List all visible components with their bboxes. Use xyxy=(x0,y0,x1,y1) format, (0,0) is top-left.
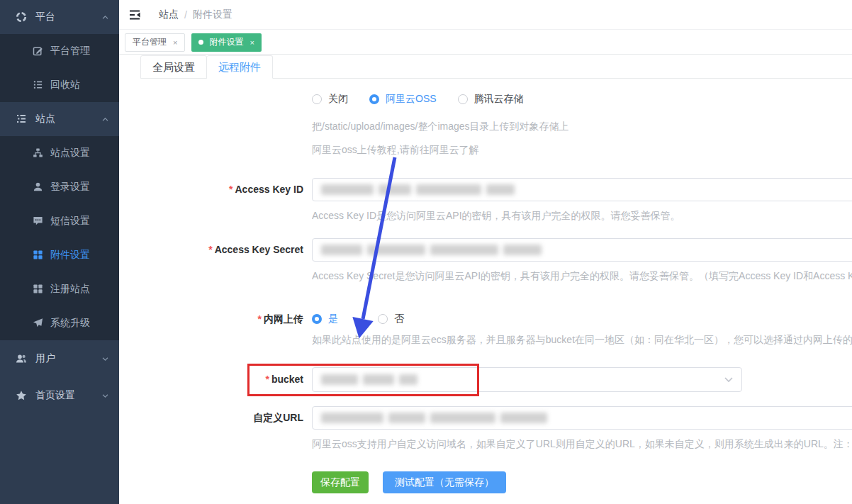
sidebar-section-platform[interactable]: 平台 xyxy=(0,0,119,34)
sidebar-section-label: 用户 xyxy=(35,352,55,365)
site-list-icon xyxy=(16,113,27,125)
radio-aliyun-oss-selected[interactable]: 阿里云OSS xyxy=(369,93,437,106)
storage-help-1: 把/static/upload/images/整个images目录上传到对象存储… xyxy=(312,119,852,133)
intranet-upload-row: *内网上传 是 否 如果此站点使用的是阿里云ecs服务器，并且服务器与bucke… xyxy=(119,312,852,347)
radio-circle-icon xyxy=(378,314,388,324)
access-key-secret-input[interactable] xyxy=(312,238,852,262)
paper-plane-icon xyxy=(33,318,44,329)
chevron-up-icon xyxy=(101,13,109,21)
grid-icon xyxy=(33,250,44,261)
users-icon xyxy=(16,353,27,364)
access-key-secret-help: Access Key Secret是您访问阿里云API的密钥，具有该用户完全的权… xyxy=(312,269,852,283)
sidebar-bottom-group: 用户 首页设置 xyxy=(0,340,119,414)
settings-tabs: 全局设置 远程附件 xyxy=(140,55,852,79)
chevron-up-icon xyxy=(101,116,109,123)
access-key-secret-label: *Access Key Secret xyxy=(119,238,312,283)
sidebar-item-site-settings[interactable]: 站点设置 xyxy=(0,136,119,170)
access-key-id-help: Access Key ID是您访问阿里云API的密钥，具有该用户完全的权限。请您… xyxy=(312,208,852,223)
intranet-upload-help: 如果此站点使用的是阿里云ecs服务器，并且服务器与bucket在同一地区（如：同… xyxy=(312,332,852,347)
required-mark: * xyxy=(265,374,269,385)
sidebar-item-platform-manage[interactable]: 平台管理 xyxy=(0,34,119,68)
sidebar-item-label: 系统升级 xyxy=(50,317,90,330)
radio-circle-icon xyxy=(312,314,322,324)
radio-close[interactable]: 关闭 xyxy=(312,93,348,106)
redacted-value xyxy=(321,374,417,385)
grid-icon xyxy=(33,284,44,295)
radio-tencent-cloud[interactable]: 腾讯云存储 xyxy=(458,93,524,106)
tab-global-settings[interactable]: 全局设置 xyxy=(140,55,207,79)
chevron-down-icon xyxy=(724,377,733,383)
main-content: 全局设置 远程附件 关闭 阿里云OSS 腾讯云存储 xyxy=(119,55,852,504)
tab-attachment-settings-active[interactable]: 附件设置 × xyxy=(191,33,261,52)
bucket-select[interactable] xyxy=(312,367,742,392)
user-icon xyxy=(33,181,44,193)
storage-type-label xyxy=(119,92,312,157)
storage-help-2: 阿里云oss上传教程,请前往阿里云了解 xyxy=(312,142,852,157)
sidebar-section-label: 站点 xyxy=(35,113,55,125)
radio-circle-icon xyxy=(369,94,379,104)
close-icon[interactable]: × xyxy=(250,38,254,47)
custom-url-help: 阿里云oss支持用户自定义访问域名，如果自定义了URL则用自定义的URL，如果未… xyxy=(312,437,852,451)
open-tabs-bar: 平台管理 × 附件设置 × xyxy=(119,30,852,55)
custom-url-row: 自定义URL 阿里云oss支持用户自定义访问域名，如果自定义了URL则用自定义的… xyxy=(119,406,852,451)
sidebar-section-label: 首页设置 xyxy=(35,389,75,402)
tab-remote-attachment[interactable]: 远程附件 xyxy=(207,55,273,79)
test-config-button[interactable]: 测试配置（无需保存） xyxy=(383,471,506,493)
platform-icon xyxy=(16,11,27,23)
tab-label: 平台管理 xyxy=(133,36,167,48)
breadcrumb-attachment-settings: 附件设置 xyxy=(193,9,232,21)
radio-circle-icon xyxy=(312,94,322,104)
sidebar-item-label: 站点设置 xyxy=(50,147,90,159)
sidebar-item-system-upgrade[interactable]: 系统升级 xyxy=(0,306,119,340)
collapse-sidebar-icon[interactable] xyxy=(129,9,143,21)
star-icon xyxy=(16,390,27,401)
sidebar-item-attachment-settings[interactable]: 附件设置 xyxy=(0,238,119,272)
tab-label: 附件设置 xyxy=(209,36,243,48)
required-mark: * xyxy=(229,184,232,195)
sidebar-section-homepage-settings[interactable]: 首页设置 xyxy=(0,377,119,414)
close-icon[interactable]: × xyxy=(173,38,177,47)
access-key-id-label: *Access Key ID xyxy=(119,178,312,223)
sidebar-item-recycle-bin[interactable]: 回收站 xyxy=(0,68,119,102)
top-header: 站点 / 附件设置 xyxy=(119,0,852,30)
access-key-id-row: *Access Key ID Access Key ID是您访问阿里云API的密… xyxy=(119,178,852,223)
sidebar-item-label: 短信设置 xyxy=(50,215,90,228)
sidebar-item-sms-settings[interactable]: 短信设置 xyxy=(0,204,119,238)
sidebar: 平台 平台管理 回收站 站点 xyxy=(0,0,119,504)
save-config-button[interactable]: 保存配置 xyxy=(312,471,369,493)
sidebar-submenu-site: 站点设置 登录设置 短信设置 附件设置 注册站点 xyxy=(0,136,119,340)
list-icon xyxy=(33,79,44,91)
radio-no[interactable]: 否 xyxy=(378,313,404,325)
sidebar-item-label: 注册站点 xyxy=(50,283,90,296)
chevron-down-icon xyxy=(101,355,109,363)
access-key-id-input[interactable] xyxy=(312,178,852,201)
action-buttons-row: 保存配置 测试配置（无需保存） xyxy=(119,471,852,493)
access-key-secret-row: *Access Key Secret Access Key Secret是您访问… xyxy=(119,238,852,283)
storage-type-radio-group: 关闭 阿里云OSS 腾讯云存储 xyxy=(312,92,852,106)
radio-label: 关闭 xyxy=(328,93,348,106)
radio-circle-icon xyxy=(458,94,468,104)
breadcrumb-site[interactable]: 站点 xyxy=(159,9,179,21)
sidebar-submenu-platform: 平台管理 回收站 xyxy=(0,34,119,102)
sidebar-item-login-settings[interactable]: 登录设置 xyxy=(0,170,119,204)
sidebar-section-users[interactable]: 用户 xyxy=(0,340,119,377)
sidebar-item-label: 平台管理 xyxy=(50,45,90,57)
sidebar-item-register-site[interactable]: 注册站点 xyxy=(0,272,119,306)
tab-platform-manage[interactable]: 平台管理 × xyxy=(125,33,185,52)
sidebar-item-label: 回收站 xyxy=(50,79,80,91)
custom-url-input[interactable] xyxy=(312,406,852,430)
bucket-label: *bucket xyxy=(119,367,312,392)
radio-yes-selected[interactable]: 是 xyxy=(312,313,338,325)
sidebar-section-label: 平台 xyxy=(35,11,55,23)
remote-attachment-form: 关闭 阿里云OSS 腾讯云存储 把/static/upload/images/整… xyxy=(119,79,852,493)
sidebar-item-label: 登录设置 xyxy=(50,181,90,194)
message-icon xyxy=(33,215,44,227)
sitemap-icon xyxy=(33,147,44,159)
radio-label: 腾讯云存储 xyxy=(474,93,524,106)
intranet-upload-radio-group: 是 否 xyxy=(312,312,852,326)
radio-label: 是 xyxy=(328,313,338,325)
radio-label: 阿里云OSS xyxy=(386,93,437,106)
buttons-spacer xyxy=(119,471,312,493)
sidebar-section-site[interactable]: 站点 xyxy=(0,102,119,136)
radio-label: 否 xyxy=(394,313,404,325)
